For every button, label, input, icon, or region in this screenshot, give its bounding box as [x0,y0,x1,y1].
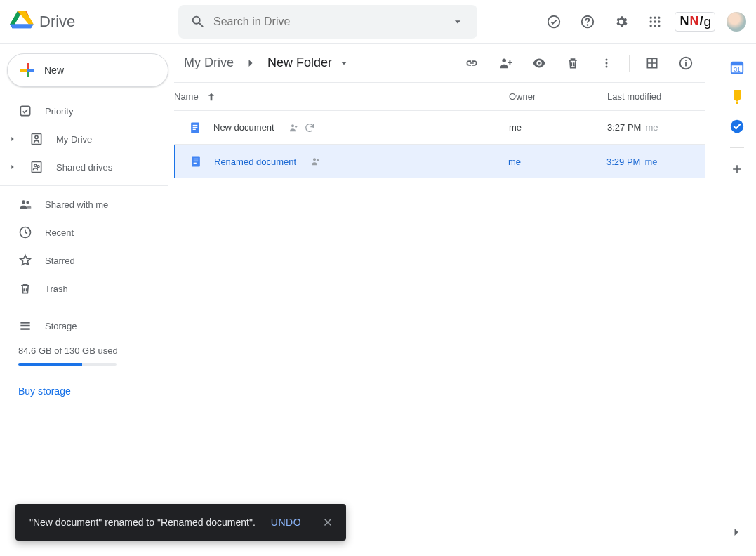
expand-caret-icon[interactable] [8,164,17,171]
sidebar-item-storage[interactable]: Storage [0,312,168,340]
svg-point-24 [26,201,29,204]
toast-notification: "New document" renamed to "Renamed docum… [15,504,346,541]
star-icon [18,253,32,267]
keep-addon-icon[interactable] [723,83,751,111]
toolbar-actions [458,49,700,77]
docs-file-icon [188,121,202,135]
get-addons-icon[interactable] [723,155,751,183]
svg-point-42 [295,125,297,127]
file-row[interactable]: New documentme3:27 PMme [174,111,705,145]
column-header-label: Name [174,91,199,102]
settings-gear-icon[interactable] [607,8,635,36]
shared-indicator-icon [310,156,321,167]
sidebar-item-label: Starred [45,256,75,266]
svg-point-8 [650,16,652,18]
sidebar-item-shared-drives[interactable]: Shared drives [0,153,168,181]
sidebar-item-my-drive[interactable]: My Drive [0,125,168,153]
dropdown-caret-icon [338,57,350,70]
file-owner: me [509,122,607,133]
svg-rect-44 [194,159,199,159]
svg-point-16 [658,25,661,27]
storage-progress-bar [18,363,117,366]
sidebar-item-priority[interactable]: Priority [0,97,168,125]
column-header-owner[interactable]: Owner [509,91,607,102]
help-icon[interactable] [573,8,602,36]
more-actions-icon[interactable] [592,49,621,77]
svg-point-21 [34,164,37,166]
svg-rect-17 [20,106,29,115]
search-input[interactable] [212,15,444,29]
preview-eye-icon[interactable] [525,49,553,77]
svg-point-33 [606,65,608,67]
svg-point-5 [548,15,560,27]
svg-rect-46 [194,163,197,164]
chevron-right-icon [244,56,258,70]
svg-rect-50 [731,62,743,66]
svg-point-53 [730,120,743,133]
side-panel: 31 [717,44,756,556]
buy-storage-link[interactable]: Buy storage [18,385,150,397]
breadcrumb-my-drive[interactable]: My Drive [178,53,239,73]
file-modified: 3:29 PMme [606,157,705,167]
svg-point-30 [538,62,541,65]
svg-rect-39 [193,126,198,127]
view-grid-icon[interactable] [638,49,666,77]
svg-point-47 [313,158,316,161]
breadcrumbs: My Drive New Folder [178,53,356,73]
svg-rect-52 [736,102,738,104]
header-actions: NN/g [540,8,748,36]
sidebar-item-starred[interactable]: Starred [0,246,168,274]
file-owner: me [508,157,606,167]
nng-extension-badge[interactable]: NN/g [675,12,715,32]
info-icon[interactable] [672,49,700,77]
plus-icon [19,62,36,79]
toast-close-icon[interactable] [317,511,339,534]
delete-icon[interactable] [559,49,587,77]
drive-logo-icon [10,11,34,32]
sidebar-item-shared-with-me[interactable]: Shared with me [0,190,168,218]
file-modified: 3:27 PMme [607,122,705,133]
sidebar-item-trash[interactable]: Trash [0,274,168,303]
svg-point-13 [658,20,661,22]
search-bar[interactable] [178,5,477,39]
shared-drives-icon [29,160,44,174]
syncing-icon [304,122,315,133]
svg-point-9 [654,16,656,18]
logo[interactable]: Drive [10,11,178,32]
svg-point-31 [606,58,608,60]
new-button[interactable]: New [7,53,168,87]
breadcrumb-current-folder[interactable]: New Folder [262,53,356,73]
column-header-modified[interactable]: Last modified [607,91,705,102]
account-avatar[interactable] [725,11,748,33]
file-name: New document [213,122,274,133]
search-options-icon[interactable] [444,8,472,36]
search-icon[interactable] [184,8,212,36]
docs-file-icon [189,154,203,168]
app-name: Drive [39,13,75,31]
sidebar-item-label: Recent [45,227,74,238]
calendar-addon-icon[interactable]: 31 [723,53,751,81]
expand-caret-icon[interactable] [8,135,17,143]
share-icon[interactable] [491,49,519,77]
svg-point-19 [35,135,38,138]
svg-rect-28 [20,328,29,330]
svg-point-29 [502,58,506,62]
svg-point-14 [650,25,652,27]
my-drive-icon [29,132,44,146]
get-link-icon[interactable] [458,49,486,77]
tasks-addon-icon[interactable] [723,112,751,140]
svg-point-23 [22,200,25,204]
column-header-name[interactable]: Name [174,91,509,102]
toast-undo-button[interactable]: UNDO [271,517,301,528]
sidebar-item-recent[interactable]: Recent [0,218,168,246]
svg-rect-45 [194,161,199,161]
shared-with-me-icon [18,197,32,211]
offline-ready-icon[interactable] [540,8,568,36]
collapse-panel-icon[interactable] [725,521,748,543]
apps-grid-icon[interactable] [641,8,669,36]
sidebar-item-label: Shared with me [45,199,108,210]
column-header-label: Last modified [607,91,661,102]
file-row[interactable]: Renamed documentme3:29 PMme [174,145,705,178]
file-name: Renamed document [214,157,296,167]
storage-icon [18,319,32,333]
